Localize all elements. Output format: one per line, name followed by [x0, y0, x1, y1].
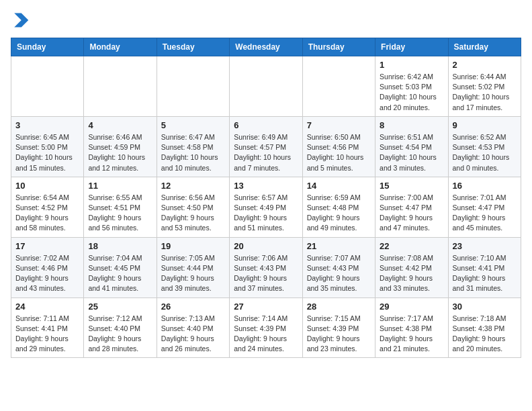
calendar-cell: 2Sunrise: 6:44 AM Sunset: 5:02 PM Daylig… [448, 56, 521, 117]
day-number: 4 [88, 120, 152, 130]
calendar-cell [11, 56, 84, 117]
calendar-cell: 3Sunrise: 6:45 AM Sunset: 5:00 PM Daylig… [11, 116, 84, 177]
calendar-cell: 17Sunrise: 7:02 AM Sunset: 4:46 PM Dayli… [11, 237, 84, 298]
day-info: Sunrise: 7:10 AM Sunset: 4:41 PM Dayligh… [453, 253, 517, 294]
calendar-cell: 11Sunrise: 6:55 AM Sunset: 4:51 PM Dayli… [84, 177, 157, 237]
calendar-cell: 1Sunrise: 6:42 AM Sunset: 5:03 PM Daylig… [375, 56, 448, 117]
day-info: Sunrise: 6:57 AM Sunset: 4:49 PM Dayligh… [234, 193, 298, 234]
day-info: Sunrise: 6:59 AM Sunset: 4:48 PM Dayligh… [307, 193, 371, 234]
logo-icon [11, 11, 30, 30]
calendar-cell [230, 56, 302, 117]
day-info: Sunrise: 6:47 AM Sunset: 4:58 PM Dayligh… [161, 132, 225, 173]
calendar-week-row: 17Sunrise: 7:02 AM Sunset: 4:46 PM Dayli… [11, 237, 521, 298]
day-number: 24 [15, 302, 79, 312]
calendar-table: SundayMondayTuesdayWednesdayThursdayFrid… [11, 38, 521, 358]
day-number: 19 [161, 241, 225, 251]
day-number: 25 [88, 302, 152, 312]
calendar-cell [302, 56, 375, 117]
day-number: 3 [15, 120, 79, 130]
day-info: Sunrise: 7:06 AM Sunset: 4:43 PM Dayligh… [234, 253, 298, 294]
calendar-cell: 21Sunrise: 7:07 AM Sunset: 4:43 PM Dayli… [302, 237, 375, 298]
day-number: 20 [234, 241, 298, 251]
day-info: Sunrise: 7:04 AM Sunset: 4:45 PM Dayligh… [88, 253, 152, 294]
weekday-header-monday: Monday [84, 38, 157, 56]
weekday-header-friday: Friday [375, 38, 448, 56]
calendar-cell: 7Sunrise: 6:50 AM Sunset: 4:56 PM Daylig… [302, 116, 375, 177]
calendar-cell: 27Sunrise: 7:14 AM Sunset: 4:39 PM Dayli… [230, 298, 302, 358]
calendar-cell: 22Sunrise: 7:08 AM Sunset: 4:42 PM Dayli… [375, 237, 448, 298]
calendar-cell: 5Sunrise: 6:47 AM Sunset: 4:58 PM Daylig… [157, 116, 229, 177]
day-info: Sunrise: 6:56 AM Sunset: 4:50 PM Dayligh… [161, 193, 225, 234]
day-info: Sunrise: 7:11 AM Sunset: 4:41 PM Dayligh… [15, 314, 79, 355]
calendar-cell: 20Sunrise: 7:06 AM Sunset: 4:43 PM Dayli… [230, 237, 302, 298]
day-info: Sunrise: 7:13 AM Sunset: 4:40 PM Dayligh… [161, 314, 225, 355]
day-info: Sunrise: 6:50 AM Sunset: 4:56 PM Dayligh… [307, 132, 371, 173]
calendar-week-row: 3Sunrise: 6:45 AM Sunset: 5:00 PM Daylig… [11, 116, 521, 177]
day-number: 27 [234, 302, 298, 312]
day-info: Sunrise: 6:49 AM Sunset: 4:57 PM Dayligh… [234, 132, 298, 173]
day-number: 14 [307, 181, 371, 191]
calendar-cell: 6Sunrise: 6:49 AM Sunset: 4:57 PM Daylig… [230, 116, 302, 177]
day-info: Sunrise: 6:51 AM Sunset: 4:54 PM Dayligh… [380, 132, 443, 173]
day-number: 21 [307, 241, 371, 251]
day-number: 26 [161, 302, 225, 312]
day-info: Sunrise: 6:55 AM Sunset: 4:51 PM Dayligh… [88, 193, 152, 234]
day-info: Sunrise: 6:52 AM Sunset: 4:53 PM Dayligh… [453, 132, 517, 173]
day-info: Sunrise: 7:17 AM Sunset: 4:38 PM Dayligh… [380, 314, 443, 355]
day-info: Sunrise: 7:18 AM Sunset: 4:38 PM Dayligh… [453, 314, 517, 355]
day-info: Sunrise: 7:07 AM Sunset: 4:43 PM Dayligh… [307, 253, 371, 294]
weekday-header-sunday: Sunday [11, 38, 84, 56]
calendar-cell: 30Sunrise: 7:18 AM Sunset: 4:38 PM Dayli… [448, 298, 521, 358]
calendar-week-row: 1Sunrise: 6:42 AM Sunset: 5:03 PM Daylig… [11, 56, 521, 117]
day-info: Sunrise: 7:14 AM Sunset: 4:39 PM Dayligh… [234, 314, 298, 355]
day-info: Sunrise: 7:05 AM Sunset: 4:44 PM Dayligh… [161, 253, 225, 294]
calendar-cell: 26Sunrise: 7:13 AM Sunset: 4:40 PM Dayli… [157, 298, 229, 358]
day-number: 15 [380, 181, 443, 191]
calendar-week-row: 24Sunrise: 7:11 AM Sunset: 4:41 PM Dayli… [11, 298, 521, 358]
day-number: 28 [307, 302, 371, 312]
day-number: 12 [161, 181, 225, 191]
calendar-cell: 18Sunrise: 7:04 AM Sunset: 4:45 PM Dayli… [84, 237, 157, 298]
day-number: 13 [234, 181, 298, 191]
day-info: Sunrise: 6:44 AM Sunset: 5:02 PM Dayligh… [453, 72, 517, 113]
calendar-cell: 9Sunrise: 6:52 AM Sunset: 4:53 PM Daylig… [448, 116, 521, 177]
day-number: 11 [88, 181, 152, 191]
day-number: 29 [380, 302, 443, 312]
calendar-cell: 14Sunrise: 6:59 AM Sunset: 4:48 PM Dayli… [302, 177, 375, 237]
day-info: Sunrise: 7:02 AM Sunset: 4:46 PM Dayligh… [15, 253, 79, 294]
logo [11, 11, 32, 30]
calendar-cell: 29Sunrise: 7:17 AM Sunset: 4:38 PM Dayli… [375, 298, 448, 358]
weekday-header-wednesday: Wednesday [230, 38, 302, 56]
calendar-cell: 13Sunrise: 6:57 AM Sunset: 4:49 PM Dayli… [230, 177, 302, 237]
calendar-cell: 16Sunrise: 7:01 AM Sunset: 4:47 PM Dayli… [448, 177, 521, 237]
day-info: Sunrise: 6:54 AM Sunset: 4:52 PM Dayligh… [15, 193, 79, 234]
day-info: Sunrise: 6:46 AM Sunset: 4:59 PM Dayligh… [88, 132, 152, 173]
day-info: Sunrise: 7:08 AM Sunset: 4:42 PM Dayligh… [380, 253, 443, 294]
calendar-cell: 4Sunrise: 6:46 AM Sunset: 4:59 PM Daylig… [84, 116, 157, 177]
page-header [11, 11, 521, 30]
day-number: 22 [380, 241, 443, 251]
calendar-cell: 28Sunrise: 7:15 AM Sunset: 4:39 PM Dayli… [302, 298, 375, 358]
weekday-header-tuesday: Tuesday [157, 38, 229, 56]
day-number: 16 [453, 181, 517, 191]
day-info: Sunrise: 6:42 AM Sunset: 5:03 PM Dayligh… [380, 72, 443, 113]
calendar-cell: 25Sunrise: 7:12 AM Sunset: 4:40 PM Dayli… [84, 298, 157, 358]
svg-marker-0 [14, 13, 28, 28]
day-number: 7 [307, 120, 371, 130]
day-info: Sunrise: 7:12 AM Sunset: 4:40 PM Dayligh… [88, 314, 152, 355]
day-number: 5 [161, 120, 225, 130]
day-info: Sunrise: 7:15 AM Sunset: 4:39 PM Dayligh… [307, 314, 371, 355]
day-info: Sunrise: 6:45 AM Sunset: 5:00 PM Dayligh… [15, 132, 79, 173]
calendar-cell: 15Sunrise: 7:00 AM Sunset: 4:47 PM Dayli… [375, 177, 448, 237]
day-number: 30 [453, 302, 517, 312]
calendar-cell: 23Sunrise: 7:10 AM Sunset: 4:41 PM Dayli… [448, 237, 521, 298]
day-number: 1 [380, 60, 443, 70]
calendar-cell: 19Sunrise: 7:05 AM Sunset: 4:44 PM Dayli… [157, 237, 229, 298]
day-number: 23 [453, 241, 517, 251]
day-number: 17 [15, 241, 79, 251]
day-number: 9 [453, 120, 517, 130]
weekday-header-saturday: Saturday [448, 38, 521, 56]
calendar-cell: 12Sunrise: 6:56 AM Sunset: 4:50 PM Dayli… [157, 177, 229, 237]
day-info: Sunrise: 7:00 AM Sunset: 4:47 PM Dayligh… [380, 193, 443, 234]
day-number: 10 [15, 181, 79, 191]
